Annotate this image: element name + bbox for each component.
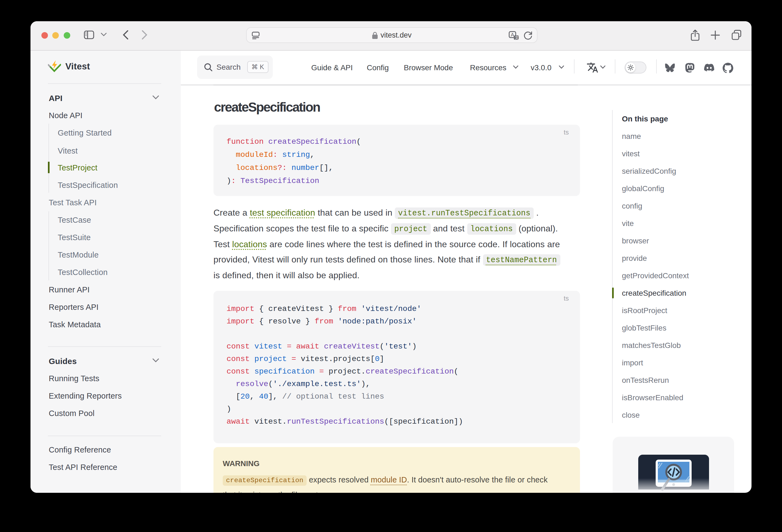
svg-text:A: A [511,32,514,37]
svg-text:文: 文 [515,35,519,39]
